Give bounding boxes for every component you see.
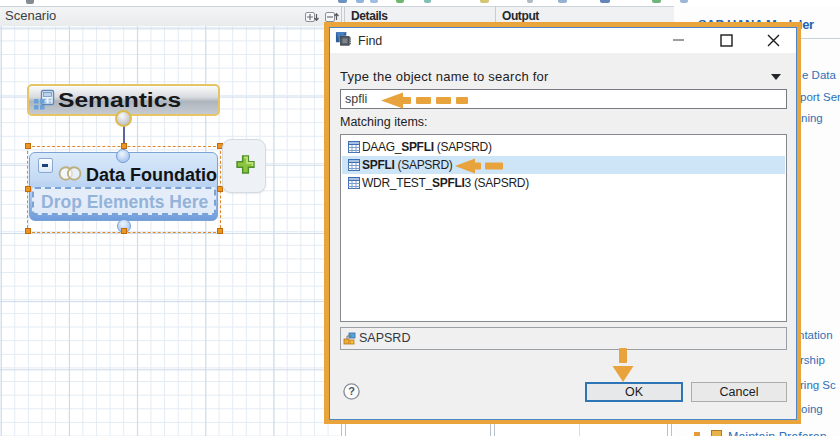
svg-text:?: ?	[348, 385, 355, 397]
